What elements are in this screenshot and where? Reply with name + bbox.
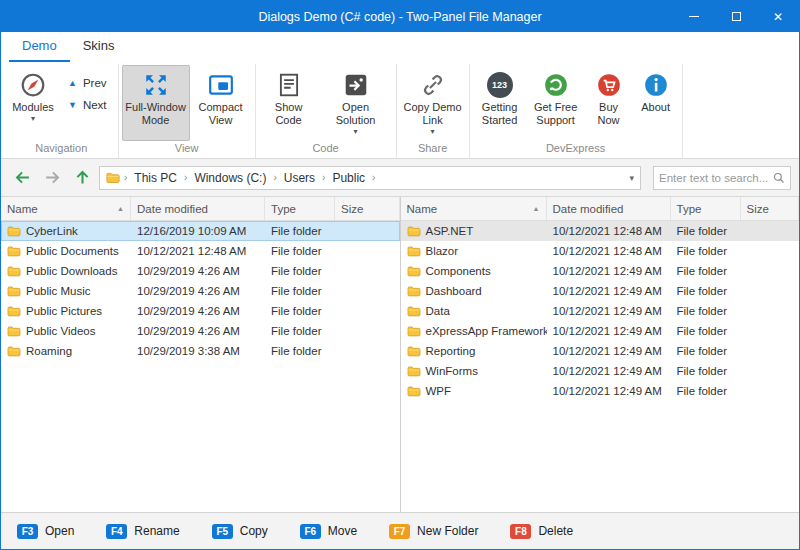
column-header-name[interactable]: Name ▲	[1, 197, 131, 220]
compact-view-icon	[207, 71, 235, 99]
file-row-roaming[interactable]: Roaming10/29/2019 3:38 AMFile folder	[1, 341, 400, 361]
about-button[interactable]: About	[633, 65, 679, 141]
folder-icon	[407, 365, 421, 377]
file-row-data[interactable]: Data10/12/2021 12:49 AMFile folder	[401, 301, 800, 321]
column-header-size[interactable]: Size	[741, 197, 800, 220]
minimize-button[interactable]	[673, 1, 715, 32]
support-circle-icon	[542, 71, 570, 99]
file-row-wpf[interactable]: WPF10/12/2021 12:49 AMFile folder	[401, 381, 800, 401]
file-row-expressapp-framework[interactable]: eXpressApp Framework10/12/2021 12:49 AMF…	[401, 321, 800, 341]
sort-ascending-icon: ▲	[117, 205, 124, 212]
next-button[interactable]: ▼ Next	[62, 97, 113, 113]
column-header-type[interactable]: Type	[671, 197, 741, 220]
file-row-dashboard[interactable]: Dashboard10/12/2021 12:49 AMFile folder	[401, 281, 800, 301]
forward-button[interactable]	[39, 165, 65, 191]
open-solution-button[interactable]: Open Solution ▾	[319, 65, 393, 141]
file-type-cell: File folder	[671, 301, 741, 321]
buy-now-label: Buy Now	[588, 101, 630, 127]
file-size-cell	[335, 321, 400, 341]
file-size-cell	[335, 301, 400, 321]
open-action-button[interactable]: F3 Open	[17, 524, 74, 539]
maximize-button[interactable]	[715, 1, 757, 32]
column-header-name[interactable]: Name ▲	[401, 197, 547, 220]
left-panel-header: Name ▲ Date modified Type Size	[1, 197, 400, 221]
address-box[interactable]: › This PC › Windows (C:) › Users › Publi…	[99, 166, 641, 190]
file-row-asp-net[interactable]: ASP.NET10/12/2021 12:48 AMFile folder	[401, 221, 800, 241]
copy-demo-link-button[interactable]: Copy Demo Link ▾	[400, 65, 466, 141]
new-folder-action-button[interactable]: F7 New Folder	[389, 524, 478, 539]
column-header-size[interactable]: Size	[335, 197, 400, 220]
folder-icon	[407, 225, 421, 237]
breadcrumb-users[interactable]: Users	[281, 171, 318, 185]
rename-action-button[interactable]: F4 Rename	[106, 524, 179, 539]
search-input[interactable]	[659, 172, 770, 184]
up-button[interactable]	[69, 165, 95, 191]
prev-button[interactable]: ▲ Prev	[62, 75, 113, 91]
file-date-cell: 10/12/2021 12:49 AM	[547, 341, 671, 361]
search-icon[interactable]	[773, 172, 785, 184]
file-row-public-music[interactable]: Public Music10/29/2019 4:26 AMFile folde…	[1, 281, 400, 301]
file-list-right: ASP.NET10/12/2021 12:48 AMFile folderBla…	[401, 221, 800, 512]
file-row-blazor[interactable]: Blazor10/12/2021 12:48 AMFile folder	[401, 241, 800, 261]
file-type-cell: File folder	[265, 341, 335, 361]
buy-now-button[interactable]: Buy Now	[585, 65, 633, 141]
chevron-down-icon: ▾	[431, 127, 435, 136]
full-window-mode-button[interactable]: Full-Window Mode	[122, 65, 190, 141]
getting-started-label: Getting Started	[476, 101, 524, 127]
move-action-button[interactable]: F6 Move	[300, 524, 357, 539]
123-text: 123	[487, 72, 513, 98]
get-free-support-button[interactable]: Get Free Support	[527, 65, 585, 141]
folder-icon	[7, 245, 21, 257]
tab-demo[interactable]: Demo	[9, 32, 70, 62]
address-dropdown-icon[interactable]: ▾	[629, 173, 634, 183]
file-row-components[interactable]: Components10/12/2021 12:49 AMFile folder	[401, 261, 800, 281]
file-name-cell: Public Music	[1, 281, 131, 301]
breadcrumb-windows-c[interactable]: Windows (C:)	[191, 171, 269, 185]
modules-button[interactable]: Modules ▾	[8, 65, 58, 141]
file-type-cell: File folder	[671, 241, 741, 261]
file-row-public-documents[interactable]: Public Documents10/12/2021 12:48 AMFile …	[1, 241, 400, 261]
column-header-type[interactable]: Type	[265, 197, 335, 220]
file-type-cell: File folder	[671, 341, 741, 361]
getting-started-button[interactable]: 123 Getting Started	[473, 65, 527, 141]
file-date-cell: 10/12/2021 12:49 AM	[547, 281, 671, 301]
file-date-cell: 12/16/2019 10:09 AM	[131, 221, 265, 241]
delete-action-button[interactable]: F8 Delete	[510, 524, 573, 539]
show-code-button[interactable]: Show Code	[259, 65, 319, 141]
column-header-date-modified[interactable]: Date modified	[131, 197, 265, 220]
folder-icon	[407, 265, 421, 277]
file-date-cell: 10/12/2021 12:49 AM	[547, 301, 671, 321]
file-row-public-downloads[interactable]: Public Downloads10/29/2019 4:26 AMFile f…	[1, 261, 400, 281]
f5-key-badge: F5	[212, 524, 233, 539]
folder-icon	[407, 325, 421, 337]
tab-skins[interactable]: Skins	[70, 32, 128, 62]
function-key-bar: F3 Open F4 Rename F5 Copy F6 Move F7 New…	[1, 512, 799, 549]
copy-action-button[interactable]: F5 Copy	[212, 524, 268, 539]
file-size-cell	[335, 341, 400, 361]
breadcrumb-this-pc[interactable]: This PC	[131, 171, 180, 185]
f4-key-badge: F4	[106, 524, 127, 539]
column-header-date-modified[interactable]: Date modified	[547, 197, 671, 220]
file-row-cyberlink[interactable]: CyberLink12/16/2019 10:09 AMFile folder	[1, 221, 400, 241]
f7-key-badge: F7	[389, 524, 410, 539]
search-box[interactable]	[653, 166, 791, 190]
compact-view-button[interactable]: Compact View	[190, 65, 252, 141]
window-controls: ✕	[673, 1, 799, 32]
file-row-public-videos[interactable]: Public Videos10/29/2019 4:26 AMFile fold…	[1, 321, 400, 341]
file-size-cell	[741, 281, 800, 301]
modules-label: Modules	[12, 101, 54, 114]
file-row-winforms[interactable]: WinForms10/12/2021 12:49 AMFile folder	[401, 361, 800, 381]
right-panel: Name ▲ Date modified Type Size ASP.NET10…	[401, 197, 800, 512]
file-name-cell: Components	[401, 261, 547, 281]
file-type-cell: File folder	[265, 281, 335, 301]
back-button[interactable]	[9, 165, 35, 191]
file-type-cell: File folder	[265, 261, 335, 281]
file-row-reporting[interactable]: Reporting10/12/2021 12:49 AMFile folder	[401, 341, 800, 361]
breadcrumb-public[interactable]: Public	[329, 171, 368, 185]
breadcrumb-separator: ›	[184, 172, 187, 183]
close-button[interactable]: ✕	[757, 1, 799, 32]
rename-action-label: Rename	[134, 524, 179, 538]
up-arrow-icon	[73, 168, 92, 187]
file-row-public-pictures[interactable]: Public Pictures10/29/2019 4:26 AMFile fo…	[1, 301, 400, 321]
group-label-view: View	[122, 141, 252, 158]
